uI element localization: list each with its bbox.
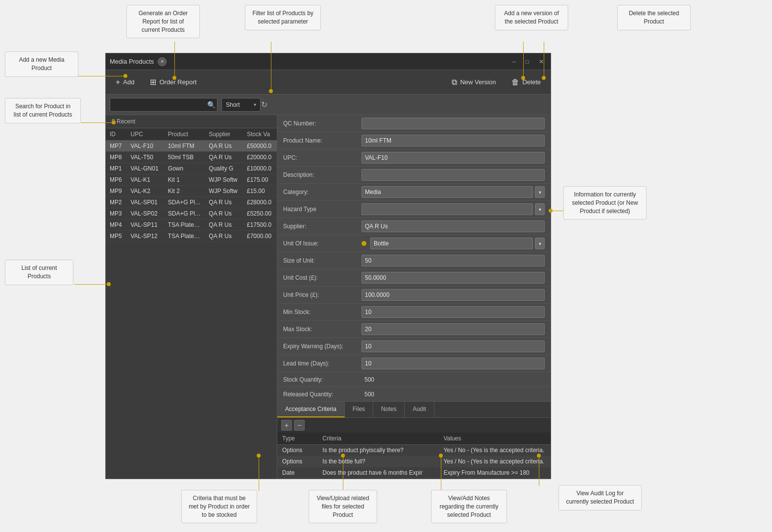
callout-filter: Filter list of Products by selected para… <box>245 5 321 30</box>
minimize-btn[interactable]: – <box>509 57 519 66</box>
field-readonly-value: 500 <box>362 391 374 398</box>
field-input[interactable] <box>370 238 533 249</box>
field-label: Supplier: <box>283 223 362 230</box>
table-row[interactable]: MP7VAL-F1010ml FTMQA R Us£50000.0 <box>106 141 277 152</box>
criteria-table: Type Criteria Values OptionsIs the produ… <box>277 433 551 479</box>
field-input[interactable] <box>362 306 545 318</box>
field-label: Expiry Warning (Days): <box>283 343 362 350</box>
table-row[interactable]: MP5VAL-SP12TSA Plates 90mmQA R Us£7000.0… <box>106 231 277 242</box>
col-stock: Stock Va <box>243 128 277 141</box>
col-id: ID <box>106 128 126 141</box>
field-input[interactable] <box>362 135 545 146</box>
field-row: UPC: <box>277 149 551 167</box>
field-label: Released Quantity: <box>283 391 362 398</box>
new-version-button[interactable]: ⧉ New Version <box>448 76 500 89</box>
right-panel: QC Number:Product Name:UPC:Description:C… <box>277 115 551 479</box>
field-label: Stock Quantity: <box>283 376 362 383</box>
col-product: Product <box>164 128 205 141</box>
field-row: Min Stock: <box>277 304 551 321</box>
title-bar-controls: – □ ✕ <box>509 57 547 66</box>
field-label: Size of Unit: <box>283 257 362 264</box>
field-input[interactable] <box>362 152 545 164</box>
col-supplier: Supplier <box>205 128 243 141</box>
tab-toolbar: + − <box>277 418 551 433</box>
field-input[interactable] <box>362 203 533 215</box>
tab-audit[interactable]: Audit <box>405 402 434 417</box>
field-label: Max Stock: <box>283 326 362 333</box>
table-row[interactable]: MP8VAL-T5050ml TSBQA R Us£20000.0 <box>106 152 277 163</box>
delete-label: Delete <box>522 78 541 86</box>
field-row: Unit Price (£): <box>277 287 551 304</box>
field-readonly-value: 500 <box>362 376 374 383</box>
field-input[interactable] <box>362 186 533 198</box>
field-row: Expiry Warning (Days): <box>277 338 551 355</box>
field-select-btn[interactable]: ▾ <box>535 186 545 198</box>
table-row[interactable]: MP4VAL-SP11TSA Plates 50mmQA R Us£17500.… <box>106 219 277 231</box>
field-input[interactable] <box>362 323 545 335</box>
field-row: Unit Cost (£): <box>277 269 551 287</box>
field-input[interactable] <box>362 272 545 284</box>
criteria-col-blank1 <box>308 433 317 445</box>
field-input[interactable] <box>362 358 545 369</box>
window-title: Media Products <box>110 58 154 65</box>
left-panel: 9 Recent ID UPC Product Supplier Stock V… <box>106 115 277 479</box>
field-label: QC Number: <box>283 120 362 127</box>
app-window: Media Products ✕ – □ ✕ + Add ⊞ Order Rep… <box>105 53 551 479</box>
field-input[interactable] <box>362 340 545 352</box>
search-input[interactable] <box>110 98 217 112</box>
field-label: Category: <box>283 189 362 195</box>
field-row: Max Stock: <box>277 321 551 338</box>
callout-audit: View Audit Log for currently selected Pr… <box>558 485 642 510</box>
field-input[interactable] <box>362 169 545 181</box>
field-label: Product Name: <box>283 137 362 144</box>
criteria-col-type: Type <box>277 433 308 445</box>
table-row[interactable]: MP6VAL-K1Kit 1WJP Softw£175.00 <box>106 174 277 186</box>
field-input[interactable] <box>362 220 545 232</box>
field-label: Unit Of Issue: <box>283 240 362 247</box>
delete-icon: 🗑 <box>511 78 519 87</box>
table-row[interactable]: MP2VAL-SP01SDA+G Plates 50mmQA R Us£2800… <box>106 197 277 208</box>
recent-label: 9 Recent <box>106 115 277 128</box>
field-row: Hazard Type▾ <box>277 201 551 218</box>
field-row: QC Number: <box>277 115 551 132</box>
field-row: Size of Unit: <box>277 252 551 269</box>
field-select-btn[interactable]: ▾ <box>535 238 545 249</box>
field-input[interactable] <box>362 289 545 301</box>
new-version-label: New Version <box>460 78 496 86</box>
tab-notes[interactable]: Notes <box>373 402 405 417</box>
remove-criteria-button[interactable]: − <box>294 420 305 431</box>
field-label: Unit Cost (£): <box>283 274 362 281</box>
field-select-btn[interactable]: ▾ <box>535 203 545 215</box>
table-row[interactable]: MP3VAL-SP02SDA+G Plates 90mmQA R Us£5250… <box>106 208 277 219</box>
callout-new-version: Add a new version of the selected Produc… <box>495 5 568 30</box>
add-criteria-button[interactable]: + <box>281 420 292 431</box>
close-btn[interactable]: ✕ <box>536 57 547 66</box>
tab-acceptance-criteria[interactable]: Acceptance Criteria <box>277 402 345 417</box>
title-bar: Media Products ✕ – □ ✕ <box>106 53 551 70</box>
field-dot-indicator <box>362 241 366 246</box>
field-input[interactable] <box>362 255 545 266</box>
tabs-header: Acceptance Criteria Files Notes Audit <box>277 402 551 418</box>
field-label: UPC: <box>283 154 362 161</box>
field-row: Lead time (Days): <box>277 355 551 372</box>
add-icon: + <box>116 78 120 87</box>
field-label: Unit Price (£): <box>283 291 362 298</box>
maximize-btn[interactable]: □ <box>523 57 532 66</box>
refresh-button[interactable]: ↻ <box>260 99 268 110</box>
field-row: Released Quantity:500 <box>277 387 551 402</box>
tab-files[interactable]: Files <box>345 402 373 417</box>
search-icon[interactable]: 🔍 <box>207 101 216 109</box>
details-scroll: QC Number:Product Name:UPC:Description:C… <box>277 115 551 402</box>
criteria-col-values: Values <box>438 433 551 445</box>
field-label: Lead time (Days): <box>283 360 362 367</box>
table-row[interactable]: MP9VAL-K2Kit 2WJP Softw£15.00 <box>106 186 277 197</box>
title-bar-close-btn[interactable]: ✕ <box>158 57 167 66</box>
filter-select[interactable]: Short Long All <box>221 98 261 112</box>
field-label: Description: <box>283 171 362 178</box>
table-row[interactable]: MP1VAL-GN01GownQuality G£10000.0 <box>106 163 277 174</box>
callout-product-info: Information for currently selected Produ… <box>563 186 647 219</box>
delete-button[interactable]: 🗑 Delete <box>507 76 545 89</box>
field-row: Stock Quantity:500 <box>277 372 551 387</box>
field-input[interactable] <box>362 118 545 129</box>
callout-add-product: Add a new Media Product <box>5 51 78 77</box>
